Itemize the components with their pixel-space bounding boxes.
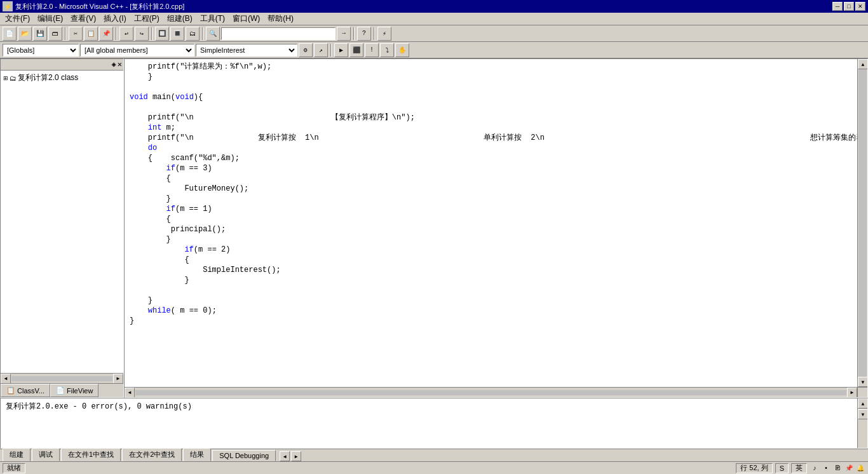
- redo-button[interactable]: ↪: [135, 27, 149, 41]
- exclaim-button[interactable]: !: [365, 43, 379, 57]
- breakpoint-button[interactable]: ⬛: [349, 43, 363, 57]
- hscroll-track[interactable]: [11, 376, 112, 381]
- func-btn2[interactable]: ↗: [314, 43, 328, 57]
- code-content[interactable]: printf("计算结果为：%f\n",w); } void main(void…: [125, 59, 857, 387]
- search-button[interactable]: 🔍: [206, 27, 220, 41]
- title-bar: ⚡ 复利计算2.0 - Microsoft Visual C++ - [复利计算…: [0, 0, 868, 13]
- run-button[interactable]: ▶: [334, 43, 348, 57]
- hscroll-track2[interactable]: [135, 390, 846, 395]
- output-panel: 复利计算2.0.exe - 0 error(s), 0 warning(s) ▲…: [0, 398, 868, 449]
- sidebar-tree: ⊞ 🗂 复利计算2.0 class: [1, 71, 123, 373]
- sep7: [330, 44, 332, 57]
- sidebar: ◈ ✕ ⊞ 🗂 复利计算2.0 class ◀ ▶ 📋 ClassV...: [0, 58, 124, 398]
- bottom-tabs: 组建 调试 在文件1中查找 在文件2中查找 结果 SQL Debugging ◀…: [0, 449, 868, 461]
- menu-bar: 文件(F) 编辑(E) 查看(V) 插入(I) 工程(P) 组建(B) 工具(T…: [0, 13, 868, 25]
- status-lang: 英: [791, 463, 807, 473]
- menu-tools[interactable]: 工具(T): [196, 12, 229, 25]
- status-s: S: [775, 463, 789, 473]
- status-icon2: •: [821, 463, 831, 473]
- members-dropdown[interactable]: [All global members]: [80, 44, 194, 57]
- tree-item-label: 复利计算2.0 class: [18, 72, 78, 83]
- hscroll-left-btn2[interactable]: ◀: [125, 388, 135, 398]
- hscroll-left-btn[interactable]: ◀: [1, 374, 11, 384]
- output-content: 复利计算2.0.exe - 0 error(s), 0 warning(s): [1, 398, 867, 414]
- workspace-open-button[interactable]: 🔲: [155, 27, 169, 41]
- step-button[interactable]: ⤵: [380, 43, 394, 57]
- hscroll-right-btn2[interactable]: ▶: [847, 388, 857, 398]
- hscroll-right-btn[interactable]: ▶: [113, 374, 123, 384]
- fileview-label: FileView: [67, 387, 93, 395]
- vscroll-track[interactable]: [858, 69, 867, 377]
- search-go-button[interactable]: →: [337, 27, 351, 41]
- save-button[interactable]: 💾: [33, 27, 47, 41]
- sidebar-close-icon[interactable]: ✕: [118, 60, 122, 69]
- tab-result[interactable]: 结果: [183, 448, 211, 461]
- status-icon5: 🔔: [855, 463, 865, 473]
- extra-button[interactable]: ⚡: [377, 27, 391, 41]
- maximize-button[interactable]: □: [844, 2, 854, 11]
- sep1: [65, 27, 66, 40]
- globals-dropdown[interactable]: [Globals]: [3, 44, 79, 57]
- menu-help[interactable]: 帮助(H): [264, 12, 297, 25]
- tab-debug[interactable]: 调试: [32, 448, 60, 461]
- main-panels: ◈ ✕ ⊞ 🗂 复利计算2.0 class ◀ ▶ 📋 ClassV...: [0, 58, 868, 474]
- menu-build[interactable]: 组建(B): [163, 12, 196, 25]
- menu-insert[interactable]: 插入(I): [100, 12, 130, 25]
- output-vscroll: ▲ ▼: [857, 398, 867, 448]
- tab-classview[interactable]: 📋 ClassV...: [1, 384, 50, 397]
- menu-file[interactable]: 文件(F): [1, 12, 34, 25]
- out-vscroll-up[interactable]: ▲: [858, 398, 868, 409]
- tab-right-btn[interactable]: ▶: [291, 451, 301, 461]
- code-vscroll: ▲ ▼: [857, 59, 867, 387]
- workspace-button2[interactable]: 🔳: [170, 27, 184, 41]
- sep3: [151, 27, 153, 40]
- tab-left-btn[interactable]: ◀: [280, 451, 290, 461]
- menu-window[interactable]: 窗口(W): [229, 12, 264, 25]
- out-vscroll-down[interactable]: ▼: [858, 409, 868, 419]
- status-position: 行 52, 列: [736, 463, 772, 473]
- copy-button[interactable]: 📋: [84, 27, 98, 41]
- vscroll-down-btn[interactable]: ▼: [858, 377, 868, 387]
- new-button[interactable]: 📄: [3, 27, 17, 41]
- status-icon3: 🖹: [832, 463, 843, 473]
- tab-fileview[interactable]: 📄 FileView: [50, 384, 98, 397]
- top-panels: ◈ ✕ ⊞ 🗂 复利计算2.0 class ◀ ▶ 📋 ClassV...: [0, 58, 868, 398]
- menu-project[interactable]: 工程(P): [130, 12, 163, 25]
- search-input[interactable]: [221, 27, 336, 40]
- close-button[interactable]: ✕: [855, 2, 865, 11]
- output-text: 复利计算2.0.exe - 0 error(s), 0 warning(s): [6, 402, 192, 411]
- status-bar: 就绪 行 52, 列 S 英 ♪ • 🖹 📌 🔔: [0, 461, 868, 474]
- sep6: [374, 27, 375, 40]
- sidebar-float-icon[interactable]: ◈: [112, 60, 116, 69]
- workspace-button3[interactable]: 🗂: [186, 27, 200, 41]
- vscroll-up-btn[interactable]: ▲: [858, 59, 868, 69]
- menu-edit[interactable]: 编辑(E): [34, 12, 67, 25]
- open-button[interactable]: 📂: [18, 27, 32, 41]
- tree-folder-icon: 🗂: [10, 74, 17, 82]
- tab-build[interactable]: 组建: [3, 448, 31, 461]
- position-text: 行 52, 列: [740, 463, 768, 473]
- status-ready: 就绪: [3, 463, 25, 473]
- tree-item-root[interactable]: ⊞ 🗂 复利计算2.0 class: [2, 72, 122, 84]
- hand-button[interactable]: ✋: [395, 43, 409, 57]
- tab-find1[interactable]: 在文件1中查找: [61, 448, 121, 461]
- menu-view[interactable]: 查看(V): [67, 12, 100, 25]
- undo-button[interactable]: ↩: [119, 27, 133, 41]
- function-dropdown[interactable]: SimpleInterest: [196, 44, 297, 57]
- tab-sql[interactable]: SQL Debugging: [212, 450, 276, 461]
- lang-text: 英: [796, 463, 803, 473]
- save-all-button[interactable]: 🗃: [48, 27, 62, 41]
- cut-button[interactable]: ✂: [69, 27, 83, 41]
- sidebar-tabs: 📋 ClassV... 📄 FileView: [1, 383, 123, 397]
- toolbar-1: 📄 📂 💾 🗃 ✂ 📋 📌 ↩ ↪ 🔲 🔳 🗂 🔍 → ? ⚡: [0, 25, 868, 42]
- tab-find2[interactable]: 在文件2中查找: [122, 448, 182, 461]
- minimize-button[interactable]: ─: [832, 2, 843, 11]
- sidebar-hscroll: ◀ ▶: [1, 373, 123, 383]
- paste-button[interactable]: 📌: [99, 27, 113, 41]
- sep4: [202, 27, 203, 40]
- info-button[interactable]: ?: [357, 27, 371, 41]
- status-right: 行 52, 列 S 英 ♪ • 🖹 📌 🔔: [736, 463, 865, 473]
- tree-expand-icon: ⊞: [3, 75, 8, 81]
- status-icon1: ♪: [810, 463, 820, 473]
- func-btn[interactable]: ⚙: [299, 43, 313, 57]
